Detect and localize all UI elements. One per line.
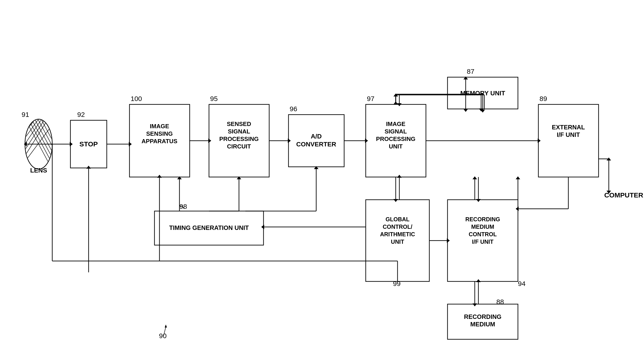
svg-text:SENSED: SENSED: [227, 120, 251, 127]
svg-text:A/D: A/D: [311, 133, 322, 140]
svg-text:96: 96: [290, 105, 297, 113]
svg-text:CONTROL: CONTROL: [469, 231, 497, 237]
svg-text:95: 95: [210, 95, 218, 102]
svg-text:CONTROL/: CONTROL/: [383, 224, 412, 230]
svg-text:87: 87: [467, 68, 474, 75]
svg-text:89: 89: [540, 95, 547, 102]
svg-text:ARITHMETIC: ARITHMETIC: [380, 231, 415, 237]
svg-text:COMPUTER: COMPUTER: [604, 191, 643, 199]
svg-text:UNIT: UNIT: [389, 143, 403, 150]
svg-text:IMAGE: IMAGE: [386, 120, 405, 127]
svg-rect-22: [538, 104, 598, 177]
svg-text:I/F UNIT: I/F UNIT: [557, 131, 580, 138]
svg-text:SIGNAL: SIGNAL: [384, 128, 407, 135]
svg-text:IMAGE: IMAGE: [150, 123, 169, 130]
svg-text:92: 92: [77, 111, 85, 118]
svg-text:GLOBAL: GLOBAL: [386, 216, 410, 222]
svg-text:LENS: LENS: [30, 167, 47, 174]
svg-text:90: 90: [159, 332, 166, 340]
svg-text:SENSING: SENSING: [146, 130, 173, 137]
svg-text:MEDIUM: MEDIUM: [471, 224, 494, 230]
svg-text:PROCESSING: PROCESSING: [219, 135, 258, 142]
svg-text:99: 99: [393, 280, 400, 287]
svg-text:94: 94: [518, 280, 526, 287]
svg-text:APPARATUS: APPARATUS: [142, 138, 178, 145]
svg-text:EXTERNAL: EXTERNAL: [552, 124, 585, 131]
svg-text:MEDIUM: MEDIUM: [470, 321, 495, 328]
svg-text:88: 88: [496, 298, 504, 306]
svg-text:UNIT: UNIT: [391, 239, 404, 245]
svg-text:CIRCUIT: CIRCUIT: [227, 143, 251, 150]
svg-rect-0: [0, 0, 644, 357]
svg-text:RECORDING: RECORDING: [464, 314, 501, 320]
svg-text:SIGNAL: SIGNAL: [228, 128, 250, 135]
svg-text:STOP: STOP: [79, 140, 98, 148]
svg-text:RECORDING: RECORDING: [466, 216, 500, 222]
svg-text:TIMING GENERATION UNIT: TIMING GENERATION UNIT: [169, 224, 249, 231]
svg-text:CONVERTER: CONVERTER: [296, 141, 336, 148]
block-diagram: STOP IMAGE SENSING APPARATUS SENSED SIGN…: [0, 0, 644, 357]
svg-text:I/F UNIT: I/F UNIT: [472, 239, 494, 245]
svg-text:91: 91: [22, 111, 29, 118]
svg-text:100: 100: [130, 95, 142, 102]
svg-text:PROCESSING: PROCESSING: [376, 135, 415, 142]
svg-text:97: 97: [367, 95, 374, 102]
